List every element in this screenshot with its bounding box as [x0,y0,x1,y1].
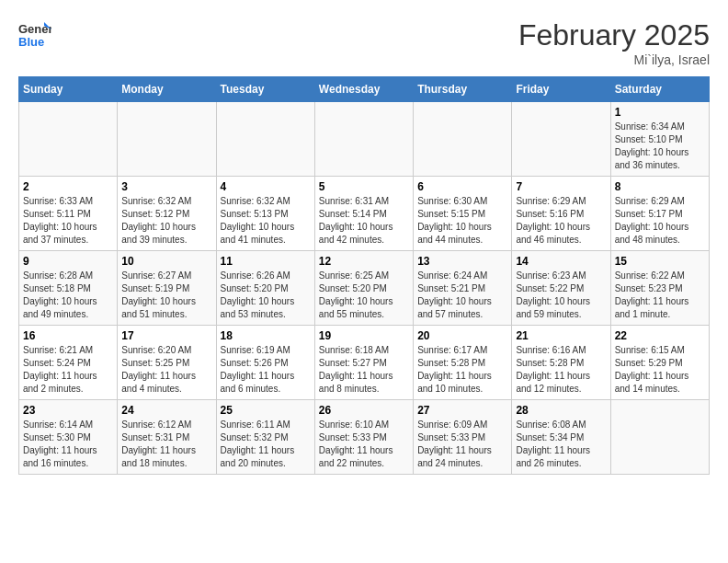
calendar-cell: 15Sunrise: 6:22 AM Sunset: 5:23 PM Dayli… [610,251,709,326]
calendar-cell: 21Sunrise: 6:16 AM Sunset: 5:28 PM Dayli… [512,326,610,400]
day-info: Sunrise: 6:16 AM Sunset: 5:28 PM Dayligh… [516,344,606,396]
day-number: 5 [319,180,409,193]
calendar-cell: 5Sunrise: 6:31 AM Sunset: 5:14 PM Daylig… [314,177,413,251]
day-info: Sunrise: 6:32 AM Sunset: 5:13 PM Dayligh… [221,195,311,247]
calendar-cell: 2Sunrise: 6:33 AM Sunset: 5:11 PM Daylig… [19,177,118,251]
day-info: Sunrise: 6:30 AM Sunset: 5:15 PM Dayligh… [417,195,507,247]
day-info: Sunrise: 6:34 AM Sunset: 5:10 PM Dayligh… [615,121,705,172]
day-number: 11 [221,255,311,268]
calendar-cell [118,102,216,177]
calendar-cell: 28Sunrise: 6:08 AM Sunset: 5:34 PM Dayli… [512,400,610,475]
day-number: 25 [221,404,311,417]
day-header-tuesday: Tuesday [216,77,314,102]
day-info: Sunrise: 6:23 AM Sunset: 5:22 PM Dayligh… [516,270,606,321]
day-number: 9 [23,255,113,268]
day-info: Sunrise: 6:27 AM Sunset: 5:19 PM Dayligh… [121,270,211,321]
calendar-cell: 17Sunrise: 6:20 AM Sunset: 5:25 PM Dayli… [118,326,216,400]
calendar-cell: 27Sunrise: 6:09 AM Sunset: 5:33 PM Dayli… [414,400,512,475]
day-info: Sunrise: 6:18 AM Sunset: 5:27 PM Dayligh… [319,344,409,396]
day-info: Sunrise: 6:12 AM Sunset: 5:31 PM Dayligh… [121,419,211,470]
day-number: 21 [516,329,606,342]
day-info: Sunrise: 6:32 AM Sunset: 5:12 PM Dayligh… [121,195,211,247]
day-number: 16 [23,329,113,342]
day-header-friday: Friday [512,77,610,102]
day-info: Sunrise: 6:17 AM Sunset: 5:28 PM Dayligh… [417,344,507,396]
calendar-cell: 1Sunrise: 6:34 AM Sunset: 5:10 PM Daylig… [610,102,709,177]
day-number: 8 [615,180,705,193]
day-header-monday: Monday [118,77,216,102]
day-header-sunday: Sunday [19,77,118,102]
day-info: Sunrise: 6:31 AM Sunset: 5:14 PM Dayligh… [319,195,409,247]
day-number: 28 [516,404,606,417]
day-info: Sunrise: 6:25 AM Sunset: 5:20 PM Dayligh… [319,270,409,321]
calendar-cell: 12Sunrise: 6:25 AM Sunset: 5:20 PM Dayli… [314,251,413,326]
day-info: Sunrise: 6:15 AM Sunset: 5:29 PM Dayligh… [615,344,705,396]
day-number: 12 [319,255,409,268]
day-info: Sunrise: 6:29 AM Sunset: 5:17 PM Dayligh… [615,195,705,247]
day-info: Sunrise: 6:08 AM Sunset: 5:34 PM Dayligh… [516,419,606,470]
svg-text:General: General [18,22,51,36]
calendar-week-3: 16Sunrise: 6:21 AM Sunset: 5:24 PM Dayli… [19,326,710,400]
calendar-cell: 4Sunrise: 6:32 AM Sunset: 5:13 PM Daylig… [216,177,314,251]
logo: General Blue [18,18,51,52]
month-title: February 2025 [518,18,710,52]
calendar-cell [314,102,413,177]
day-number: 7 [516,180,606,193]
logo-icon: General Blue [18,18,51,52]
day-number: 3 [121,180,211,193]
calendar-cell: 9Sunrise: 6:28 AM Sunset: 5:18 PM Daylig… [19,251,118,326]
day-number: 15 [615,255,705,268]
calendar-cell: 3Sunrise: 6:32 AM Sunset: 5:12 PM Daylig… [118,177,216,251]
day-info: Sunrise: 6:21 AM Sunset: 5:24 PM Dayligh… [23,344,113,396]
calendar-cell [19,102,118,177]
calendar-cell [512,102,610,177]
day-number: 10 [121,255,211,268]
calendar-cell [610,400,709,475]
calendar-week-4: 23Sunrise: 6:14 AM Sunset: 5:30 PM Dayli… [19,400,710,475]
day-number: 20 [417,329,507,342]
day-number: 17 [121,329,211,342]
calendar-week-0: 1Sunrise: 6:34 AM Sunset: 5:10 PM Daylig… [19,102,710,177]
day-info: Sunrise: 6:20 AM Sunset: 5:25 PM Dayligh… [121,344,211,396]
svg-text:Blue: Blue [18,35,44,49]
calendar-cell [414,102,512,177]
calendar-week-2: 9Sunrise: 6:28 AM Sunset: 5:18 PM Daylig… [19,251,710,326]
calendar-cell: 7Sunrise: 6:29 AM Sunset: 5:16 PM Daylig… [512,177,610,251]
day-number: 18 [221,329,311,342]
calendar-table: SundayMondayTuesdayWednesdayThursdayFrid… [18,76,710,475]
day-info: Sunrise: 6:28 AM Sunset: 5:18 PM Dayligh… [23,270,113,321]
day-number: 26 [319,404,409,417]
calendar-cell: 25Sunrise: 6:11 AM Sunset: 5:32 PM Dayli… [216,400,314,475]
day-number: 2 [23,180,113,193]
calendar-cell: 26Sunrise: 6:10 AM Sunset: 5:33 PM Dayli… [314,400,413,475]
calendar-cell: 8Sunrise: 6:29 AM Sunset: 5:17 PM Daylig… [610,177,709,251]
day-info: Sunrise: 6:10 AM Sunset: 5:33 PM Dayligh… [319,419,409,470]
calendar-cell: 23Sunrise: 6:14 AM Sunset: 5:30 PM Dayli… [19,400,118,475]
page-header: General Blue February 2025 Mi`ilya, Isra… [18,18,710,67]
calendar-cell: 10Sunrise: 6:27 AM Sunset: 5:19 PM Dayli… [118,251,216,326]
location: Mi`ilya, Israel [518,52,710,67]
calendar-cell: 19Sunrise: 6:18 AM Sunset: 5:27 PM Dayli… [314,326,413,400]
calendar-cell: 14Sunrise: 6:23 AM Sunset: 5:22 PM Dayli… [512,251,610,326]
calendar-cell: 18Sunrise: 6:19 AM Sunset: 5:26 PM Dayli… [216,326,314,400]
day-info: Sunrise: 6:19 AM Sunset: 5:26 PM Dayligh… [221,344,311,396]
day-header-wednesday: Wednesday [314,77,413,102]
calendar-cell [216,102,314,177]
day-info: Sunrise: 6:26 AM Sunset: 5:20 PM Dayligh… [221,270,311,321]
day-info: Sunrise: 6:29 AM Sunset: 5:16 PM Dayligh… [516,195,606,247]
calendar-cell: 13Sunrise: 6:24 AM Sunset: 5:21 PM Dayli… [414,251,512,326]
day-header-saturday: Saturday [610,77,709,102]
day-number: 22 [615,329,705,342]
calendar-cell: 20Sunrise: 6:17 AM Sunset: 5:28 PM Dayli… [414,326,512,400]
day-info: Sunrise: 6:24 AM Sunset: 5:21 PM Dayligh… [417,270,507,321]
day-number: 23 [23,404,113,417]
day-number: 24 [121,404,211,417]
day-info: Sunrise: 6:11 AM Sunset: 5:32 PM Dayligh… [221,419,311,470]
calendar-cell: 22Sunrise: 6:15 AM Sunset: 5:29 PM Dayli… [610,326,709,400]
calendar-header-row: SundayMondayTuesdayWednesdayThursdayFrid… [19,77,710,102]
calendar-week-1: 2Sunrise: 6:33 AM Sunset: 5:11 PM Daylig… [19,177,710,251]
calendar-cell: 11Sunrise: 6:26 AM Sunset: 5:20 PM Dayli… [216,251,314,326]
day-info: Sunrise: 6:09 AM Sunset: 5:33 PM Dayligh… [417,419,507,470]
calendar-cell: 6Sunrise: 6:30 AM Sunset: 5:15 PM Daylig… [414,177,512,251]
day-number: 6 [417,180,507,193]
